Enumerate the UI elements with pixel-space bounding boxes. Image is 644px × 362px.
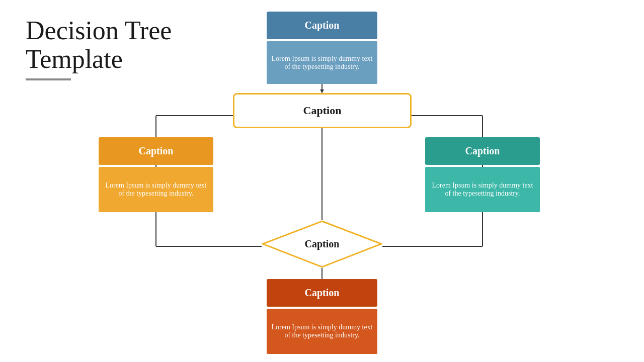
diamond-shape — [262, 220, 382, 268]
left-desc-box: Lorem Ipsum is simply dummy text of the … — [99, 167, 213, 212]
left-caption-box: Caption — [99, 137, 213, 165]
title-underline — [26, 78, 71, 80]
top-caption-box: Caption — [267, 12, 377, 39]
svg-marker-9 — [320, 89, 324, 93]
top-desc-box: Lorem Ipsum is simply dummy text of the … — [267, 41, 377, 84]
svg-marker-10 — [263, 221, 381, 267]
right-caption-box: Caption — [425, 137, 540, 165]
bottom-caption-box: Caption — [267, 279, 377, 307]
bottom-desc-box: Lorem Ipsum is simply dummy text of the … — [267, 309, 377, 354]
center-caption-box: Caption — [233, 93, 412, 128]
title-area: Decision Tree Template — [26, 16, 172, 80]
page-title: Decision Tree Template — [26, 16, 172, 73]
right-desc-box: Lorem Ipsum is simply dummy text of the … — [425, 167, 540, 212]
